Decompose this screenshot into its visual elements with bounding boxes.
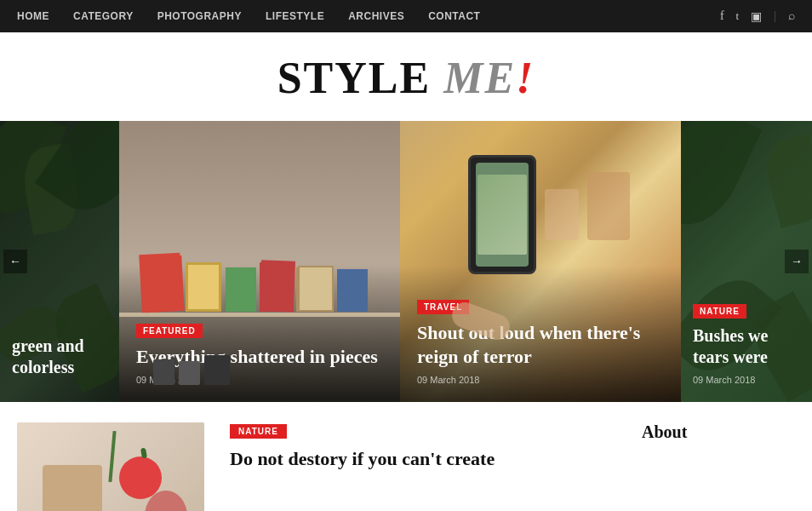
slide-nature-badge: NATURE	[693, 304, 746, 319]
site-header: STYLE ME!	[0, 32, 812, 121]
nav-social-icons: f t ▣ | ⌕	[720, 9, 795, 24]
article-title: Do not destory if you can't create	[230, 447, 616, 472]
article-thumbnail-container	[17, 422, 204, 511]
nav-archives[interactable]: ARCHIVES	[348, 10, 404, 22]
sidebar-about-title: About	[642, 422, 795, 442]
slide-featured: FEATURED Everything shattered in pieces …	[119, 121, 400, 402]
slide-travel-date: 09 March 2018	[417, 375, 664, 385]
sidebar: About	[642, 422, 795, 511]
logo-part1: STYLE	[277, 54, 432, 102]
main-nav: HOME CATEGORY PHOTOGRAPHY LIFESTYLE ARCH…	[0, 0, 812, 32]
slider-arrow-right[interactable]: →	[785, 250, 809, 273]
slide-travel: TRAVEL Shout out loud when there's reign…	[400, 121, 681, 402]
lower-section: NATURE Do not destory if you can't creat…	[0, 402, 812, 511]
article-info: NATURE Do not destory if you can't creat…	[230, 422, 616, 511]
divider: |	[774, 9, 776, 23]
search-icon[interactable]: ⌕	[788, 9, 795, 23]
nav-lifestyle[interactable]: LIFESTYLE	[266, 10, 324, 22]
slide-partial-left-title: green and colorless	[12, 336, 107, 378]
slide-partial-right-date: 09 March 2018	[693, 375, 800, 385]
nav-contact[interactable]: CONTACT	[428, 10, 480, 22]
facebook-icon[interactable]: f	[720, 9, 724, 23]
nav-home[interactable]: HOME	[17, 10, 49, 22]
slide-partial-right-title: Bushes we tears were	[693, 325, 800, 368]
slider-arrow-left[interactable]: ←	[3, 250, 27, 273]
site-logo[interactable]: STYLE ME!	[277, 56, 535, 100]
twitter-icon[interactable]: t	[736, 9, 740, 23]
nav-links: HOME CATEGORY PHOTOGRAPHY LIFESTYLE ARCH…	[17, 10, 480, 22]
instagram-icon[interactable]: ▣	[751, 9, 762, 24]
slide-travel-title: Shout out loud when there's reign of ter…	[417, 321, 664, 368]
hero-slider: ← green and colorless	[0, 121, 812, 402]
nav-category[interactable]: CATEGORY	[73, 10, 134, 22]
article-thumbnail	[17, 422, 204, 511]
logo-part3: !	[516, 54, 535, 102]
article-category-badge[interactable]: NATURE	[230, 424, 287, 439]
slide-featured-badge: FEATURED	[136, 324, 203, 338]
nav-photography[interactable]: PHOTOGRAPHY	[157, 10, 242, 22]
logo-part2: ME	[443, 54, 516, 102]
